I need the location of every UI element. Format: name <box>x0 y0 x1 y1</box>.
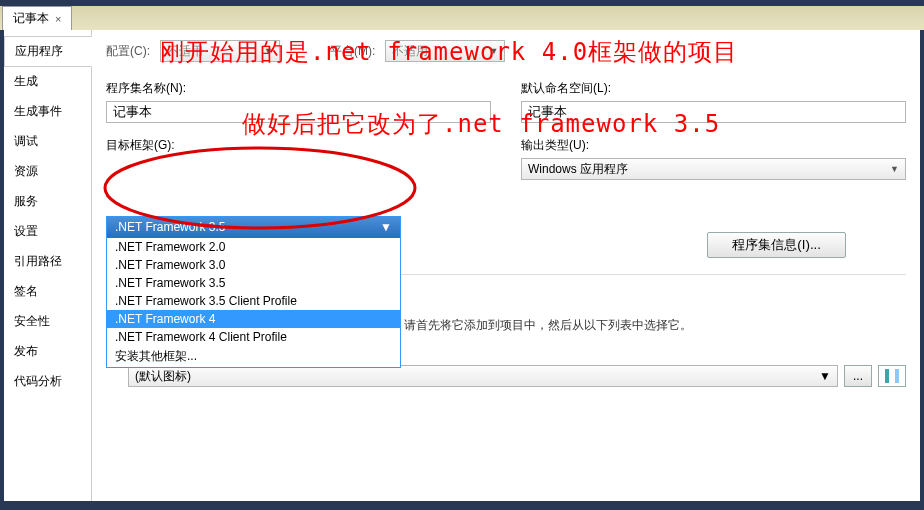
framework-option[interactable]: 安装其他框架... <box>107 346 400 367</box>
assembly-name-input[interactable] <box>106 101 491 123</box>
config-combo: 不适用 ▼ <box>160 40 280 62</box>
framework-option[interactable]: .NET Framework 3.0 <box>107 256 400 274</box>
chevron-down-icon: ▼ <box>819 369 831 383</box>
sidebar-item-settings[interactable]: 设置 <box>4 217 91 247</box>
framework-option[interactable]: .NET Framework 3.5 <box>107 274 400 292</box>
output-type-combo[interactable]: Windows 应用程序 ▼ <box>521 158 906 180</box>
target-framework-dropdown[interactable]: .NET Framework 3.5 ▼ .NET Framework 2.0 … <box>106 216 401 368</box>
chevron-down-icon: ▼ <box>264 46 273 56</box>
assembly-name-label: 程序集名称(N): <box>106 80 491 97</box>
sidebar-item-publish[interactable]: 发布 <box>4 337 91 367</box>
chevron-down-icon: ▼ <box>890 164 899 174</box>
sidebar-item-services[interactable]: 服务 <box>4 187 91 217</box>
content-pane: 刚开始用的是.net framework 4.0框架做的项目 做好后把它改为了.… <box>92 30 920 501</box>
sidebar-item-application[interactable]: 应用程序 <box>4 36 92 67</box>
icon-combo[interactable]: (默认图标) ▼ <box>128 365 838 387</box>
output-type-label: 输出类型(U): <box>521 137 906 154</box>
sidebar-item-build-events[interactable]: 生成事件 <box>4 97 91 127</box>
tab-title: 记事本 <box>13 10 49 27</box>
framework-option[interactable]: .NET Framework 2.0 <box>107 238 400 256</box>
assembly-info-button[interactable]: 程序集信息(I)... <box>707 232 846 258</box>
sidebar-item-security[interactable]: 安全性 <box>4 307 91 337</box>
document-tab[interactable]: 记事本 × <box>2 6 72 30</box>
default-namespace-input[interactable] <box>521 101 906 123</box>
browse-icon-button[interactable]: ... <box>844 365 872 387</box>
sidebar-item-debug[interactable]: 调试 <box>4 127 91 157</box>
icon-preview <box>878 365 906 387</box>
close-icon[interactable]: × <box>55 13 61 25</box>
framework-option[interactable]: .NET Framework 3.5 Client Profile <box>107 292 400 310</box>
sidebar-item-reference-paths[interactable]: 引用路径 <box>4 247 91 277</box>
framework-option-highlighted[interactable]: .NET Framework 4 <box>107 310 400 328</box>
chevron-down-icon: ▼ <box>380 220 392 234</box>
property-sidebar: 应用程序 生成 生成事件 调试 资源 服务 设置 引用路径 签名 安全性 发布 … <box>4 30 92 501</box>
sidebar-item-code-analysis[interactable]: 代码分析 <box>4 367 91 397</box>
chevron-down-icon: ▼ <box>489 46 498 56</box>
target-framework-label: 目标框架(G): <box>106 137 491 154</box>
platform-label: 平台(M): <box>330 43 375 60</box>
sidebar-item-resources[interactable]: 资源 <box>4 157 91 187</box>
tab-strip: 记事本 × <box>0 6 924 30</box>
dropdown-selected[interactable]: .NET Framework 3.5 ▼ <box>107 217 400 238</box>
default-namespace-label: 默认命名空间(L): <box>521 80 906 97</box>
framework-option[interactable]: .NET Framework 4 Client Profile <box>107 328 400 346</box>
sidebar-item-signing[interactable]: 签名 <box>4 277 91 307</box>
config-label: 配置(C): <box>106 43 150 60</box>
sidebar-item-build[interactable]: 生成 <box>4 67 91 97</box>
platform-combo: 不适用 ▼ <box>385 40 505 62</box>
